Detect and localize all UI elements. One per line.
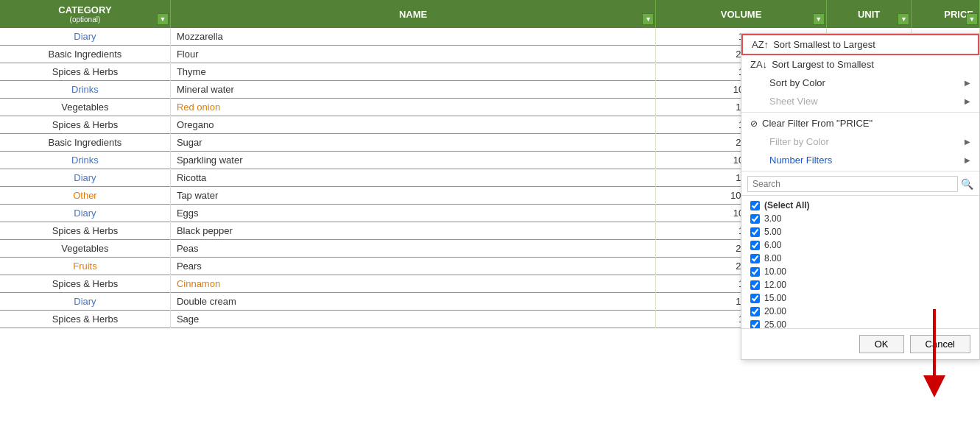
checkbox-val-10[interactable] — [750, 267, 760, 277]
name-column-header: NAME ▼ — [170, 0, 655, 28]
checkbox-label-val-8: 8.00 — [764, 253, 781, 263]
sheet-view-chevron: ▶ — [965, 97, 970, 105]
price-title: PRICE — [917, 9, 973, 20]
category-cell: Spices & Herbs — [0, 311, 170, 328]
header-row: CATEGORY (optional) ▼ NAME ▼ VOLUME ▼ UN… — [0, 0, 980, 28]
checkbox-val-25[interactable] — [750, 320, 760, 329]
sort-color-chevron: ▶ — [965, 79, 970, 87]
clear-filter-item[interactable]: ⊘ Clear Filter From "PRICE" — [741, 114, 979, 132]
category-cell: Vegetables — [0, 240, 170, 258]
search-icon[interactable]: 🔍 — [961, 178, 973, 190]
name-cell: Mozzarella — [170, 28, 655, 46]
volume-title: VOLUME — [662, 9, 819, 20]
name-cell: Pears — [170, 258, 655, 275]
sort-largest-label: Sort Largest to Smallest — [772, 59, 874, 70]
checkbox-val-15[interactable] — [750, 294, 760, 303]
name-cell: Flour — [170, 46, 655, 63]
sort-smallest-label: Sort Smallest to Largest — [773, 39, 875, 50]
ok-button[interactable]: OK — [859, 335, 904, 353]
name-cell: Red onion — [170, 99, 655, 116]
spreadsheet-container: CATEGORY (optional) ▼ NAME ▼ VOLUME ▼ UN… — [0, 0, 980, 446]
category-cell: Vegetables — [0, 99, 170, 116]
sheet-view-item: Sheet View ▶ — [741, 92, 979, 110]
unit-dropdown-button[interactable]: ▼ — [898, 13, 909, 25]
svg-marker-1 — [923, 375, 945, 397]
filter-by-color-item: Filter by Color ▶ — [741, 132, 979, 151]
unit-title: UNIT — [833, 9, 906, 20]
name-title: NAME — [177, 9, 649, 20]
separator-2 — [741, 171, 979, 171]
category-dropdown-button[interactable]: ▼ — [157, 13, 169, 25]
name-cell: Eggs — [170, 205, 655, 222]
red-arrow — [920, 309, 949, 400]
sort-color-label: Sort by Color — [769, 77, 825, 88]
name-cell: Thyme — [170, 63, 655, 81]
checkbox-val-5[interactable] — [750, 227, 760, 237]
volume-dropdown-button[interactable]: ▼ — [813, 13, 825, 25]
category-cell: Diary — [0, 28, 170, 46]
price-dropdown-button[interactable]: ▼ — [966, 13, 978, 25]
checkbox-item-select-all[interactable]: (Select All) — [750, 199, 970, 212]
category-cell: Drinks — [0, 81, 170, 99]
checkbox-label-val-10: 10.00 — [764, 266, 786, 277]
clear-filter-icon: ⊘ — [750, 118, 758, 129]
category-cell: Basic Ingredients — [0, 46, 170, 63]
number-filters-chevron: ▶ — [965, 156, 970, 164]
name-cell: Sparkling water — [170, 152, 655, 169]
search-input[interactable] — [747, 176, 958, 192]
search-container: 🔍 — [741, 173, 979, 196]
category-title: CATEGORY — [6, 4, 164, 15]
checkbox-select-all[interactable] — [750, 201, 760, 210]
checkbox-label-val-25: 25.00 — [764, 319, 786, 328]
sort-smallest-item[interactable]: A​Z↑ Sort Smallest to Largest — [741, 34, 979, 55]
number-filters-item[interactable]: Number Filters ▶ — [741, 151, 979, 169]
checkbox-label-val-12: 12.00 — [764, 280, 786, 290]
filter-color-chevron: ▶ — [965, 138, 970, 146]
category-cell: Fruits — [0, 258, 170, 275]
clear-filter-label: Clear Filter From "PRICE" — [762, 118, 873, 129]
checkbox-val-20[interactable] — [750, 307, 760, 316]
checkbox-item-val-3[interactable]: 3.00 — [750, 212, 970, 225]
name-cell: Sage — [170, 311, 655, 328]
category-cell: Basic Ingredients — [0, 134, 170, 152]
checkbox-label-select-all: (Select All) — [764, 200, 810, 210]
name-cell: Mineral water — [170, 81, 655, 99]
unit-column-header: UNIT ▼ — [826, 0, 912, 28]
checkbox-item-val-10[interactable]: 10.00 — [750, 265, 970, 278]
separator-1 — [741, 112, 979, 113]
checkbox-item-val-6[interactable]: 6.00 — [750, 238, 970, 252]
checkbox-val-3[interactable] — [750, 214, 760, 224]
name-cell: Cinnamon — [170, 275, 655, 293]
name-dropdown-button[interactable]: ▼ — [642, 13, 654, 25]
sort-za-icon: Z​A↓ — [750, 59, 767, 70]
checkbox-label-val-5: 5.00 — [764, 227, 781, 237]
checkbox-item-val-15[interactable]: 15.00 — [750, 291, 970, 305]
sort-by-color-item[interactable]: Sort by Color ▶ — [741, 74, 979, 92]
checkbox-item-val-12[interactable]: 12.00 — [750, 278, 970, 291]
checkbox-label-val-6: 6.00 — [764, 240, 781, 250]
category-cell: Drinks — [0, 152, 170, 169]
checkbox-val-8[interactable] — [750, 254, 760, 263]
sort-largest-item[interactable]: Z​A↓ Sort Largest to Smallest — [741, 55, 979, 74]
checkbox-val-12[interactable] — [750, 280, 760, 290]
checkbox-label-val-15: 15.00 — [764, 293, 786, 303]
price-column-header: PRICE ▼ — [912, 0, 980, 28]
checkbox-val-6[interactable] — [750, 241, 760, 250]
category-cell: Spices & Herbs — [0, 116, 170, 134]
checkbox-item-val-8[interactable]: 8.00 — [750, 252, 970, 265]
volume-column-header: VOLUME ▼ — [656, 0, 826, 28]
category-subtitle: (optional) — [6, 15, 164, 24]
checkbox-label-val-3: 3.00 — [764, 213, 781, 224]
name-cell: Ricotta — [170, 169, 655, 187]
category-cell: Spices & Herbs — [0, 222, 170, 240]
filter-color-label: Filter by Color — [769, 136, 829, 147]
name-cell: Peas — [170, 240, 655, 258]
category-cell: Other — [0, 187, 170, 205]
name-cell: Tap water — [170, 187, 655, 205]
name-cell: Double cream — [170, 293, 655, 311]
name-cell: Black pepper — [170, 222, 655, 240]
checkbox-item-val-5[interactable]: 5.00 — [750, 225, 970, 238]
sort-az-icon: A​Z↑ — [752, 39, 769, 50]
category-cell: Diary — [0, 205, 170, 222]
sheet-view-label: Sheet View — [769, 96, 818, 107]
